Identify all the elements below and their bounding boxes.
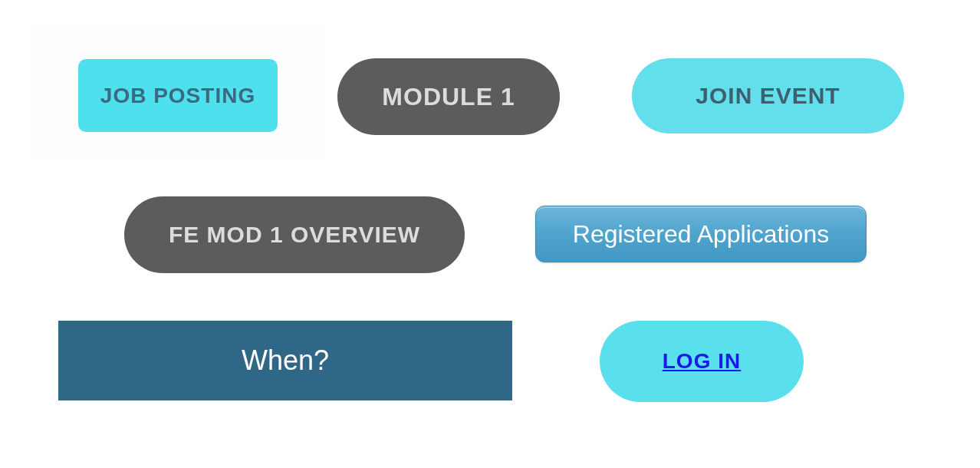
when-label: When? — [242, 344, 329, 377]
module-1-label: MODULE 1 — [382, 83, 515, 111]
registered-applications-button[interactable]: Registered Applications — [535, 206, 867, 262]
join-event-label: JOIN EVENT — [696, 83, 840, 109]
job-posting-label: JOB POSTING — [100, 84, 255, 108]
fe-mod-1-overview-label: FE MOD 1 OVERVIEW — [169, 222, 420, 248]
when-button[interactable]: When? — [58, 321, 512, 400]
module-1-button[interactable]: MODULE 1 — [337, 58, 560, 135]
fe-mod-1-overview-button[interactable]: FE MOD 1 OVERVIEW — [124, 196, 465, 273]
join-event-button[interactable]: JOIN EVENT — [632, 58, 904, 133]
job-posting-button[interactable]: JOB POSTING — [78, 59, 278, 132]
registered-applications-label: Registered Applications — [573, 220, 829, 249]
log-in-button[interactable]: LOG IN — [600, 321, 804, 402]
log-in-label: LOG IN — [663, 349, 741, 374]
